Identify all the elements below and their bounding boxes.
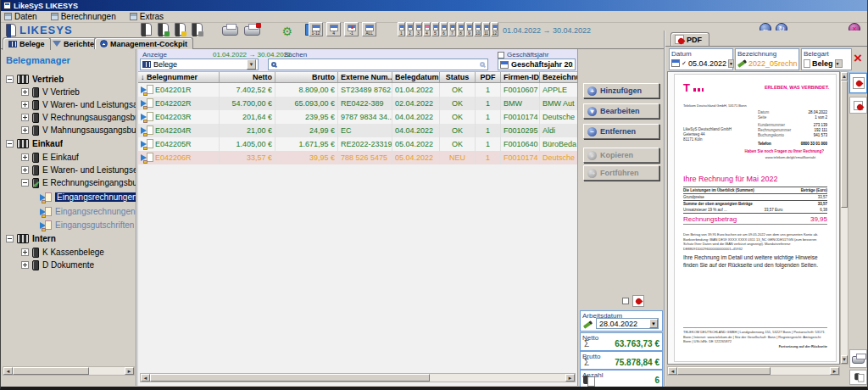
- scroll-left-icon[interactable]: ◄: [668, 367, 677, 375]
- tree-item-v-mahnungsausgang[interactable]: V Mahnungsausgangsbuc: [21, 125, 137, 136]
- month-button-8[interactable]: 8: [457, 22, 465, 36]
- month-button-9[interactable]: 9: [465, 22, 473, 36]
- column-firmen-id[interactable]: Firmen-ID: [501, 72, 540, 82]
- edit-record-button[interactable]: [158, 23, 169, 36]
- pdf-alt-view-button[interactable]: [849, 97, 867, 114]
- tree-item-e-waren[interactable]: E Waren- und Leistungsein: [21, 164, 137, 176]
- pdf-tab[interactable]: PDF: [670, 32, 709, 46]
- tree-item-d-dokumente[interactable]: D Dokumente: [21, 259, 94, 270]
- month-button-2[interactable]: 2: [406, 22, 414, 36]
- expand-icon[interactable]: [21, 261, 29, 269]
- month-button-5[interactable]: 5: [431, 22, 439, 36]
- geschaeftsjahr-dropdown[interactable]: Geschäftsjahr 2022: [498, 58, 576, 70]
- tree-item-e-rechnungseingangsbuch[interactable]: ✓E Rechnungseingangsbuch: [21, 177, 137, 188]
- scroll-right-icon[interactable]: ►: [830, 367, 839, 375]
- menu-berechnungen[interactable]: Berechnungen: [51, 12, 116, 21]
- new-record-button[interactable]: [141, 23, 152, 36]
- tree-item-e-einkauf[interactable]: E Einkauf: [21, 152, 79, 163]
- hinzufuegen-button[interactable]: +Hinzufügen: [583, 83, 659, 98]
- column-belegnummer[interactable]: ↓ Belegnummer: [138, 72, 220, 82]
- column-externe-nummer[interactable]: Externe Num...: [338, 72, 392, 82]
- collapse-icon[interactable]: [6, 235, 14, 242]
- scroll-left-icon[interactable]: ◄: [3, 367, 13, 375]
- tree-item-k-kassenbelege[interactable]: K Kassenbelege: [21, 247, 104, 258]
- menu-extras[interactable]: Extras: [130, 12, 164, 21]
- scrollbar-thumb[interactable]: [677, 367, 771, 375]
- pdf-close-button[interactable]: ×: [849, 50, 866, 67]
- tab-belege[interactable]: Belege: [3, 37, 51, 50]
- range-button-quarter[interactable]: 4: [326, 22, 341, 36]
- entfernen-button[interactable]: −Entfernen: [583, 124, 659, 139]
- bearbeiten-button[interactable]: ▾Bearbeiten: [583, 103, 659, 119]
- month-button-1[interactable]: 1: [398, 22, 405, 36]
- column-belegdatum[interactable]: Belegdatum: [392, 72, 440, 82]
- table-row-selected[interactable]: E042206R 33,57 € 39,95 € 788 526 5475 05…: [138, 151, 577, 164]
- month-button-4[interactable]: 4: [423, 22, 431, 36]
- edit-name-icon[interactable]: [737, 58, 747, 68]
- column-netto[interactable]: Netto: [220, 72, 275, 82]
- scrollbar-thumb[interactable]: [841, 81, 848, 208]
- expand-icon[interactable]: [21, 101, 29, 109]
- anzeige-dropdown[interactable]: Belege ▼: [140, 58, 259, 70]
- table-row[interactable]: E042202R 54.700,00 € 65.093,00 € RE0422-…: [138, 97, 577, 110]
- menu-daten[interactable]: Daten: [4, 12, 37, 21]
- pdf-view-button[interactable]: [849, 73, 867, 93]
- collapse-icon[interactable]: [6, 75, 14, 83]
- refresh-button[interactable]: ⚙: [281, 25, 292, 38]
- collapse-icon[interactable]: [6, 140, 14, 148]
- chevron-down-icon[interactable]: ▼: [649, 319, 658, 328]
- search-input[interactable]: [279, 60, 477, 69]
- pdf-print-button[interactable]: [849, 349, 867, 368]
- table-row[interactable]: E042201R 7.402,52 € 8.809,00 € ST23489 8…: [138, 83, 577, 97]
- tree-item-v-vertrieb[interactable]: V Vertrieb: [21, 86, 80, 98]
- tree-item-intern[interactable]: Intern: [6, 233, 56, 244]
- month-button-10[interactable]: 10: [474, 22, 481, 36]
- print-pdf-button[interactable]: [244, 23, 260, 36]
- edit-date-icon[interactable]: [583, 320, 593, 329]
- scroll-right-icon[interactable]: ►: [125, 367, 134, 375]
- collapse-icon[interactable]: [21, 179, 29, 187]
- scroll-down-icon[interactable]: ▼: [841, 355, 848, 364]
- tab-berichte[interactable]: Berichte: [47, 37, 100, 49]
- range-button-year[interactable]: 1-12: [309, 22, 323, 36]
- search-clear-icon[interactable]: [480, 62, 485, 67]
- geschaeftsjahr-checkbox[interactable]: [498, 52, 504, 58]
- pdf-vertical-scrollbar[interactable]: ▲ ▼: [840, 71, 849, 365]
- range-button-prev[interactable]: -1: [344, 22, 359, 36]
- chevron-down-icon[interactable]: ▼: [728, 59, 734, 68]
- table-row[interactable]: E042205R 1.405,00 € 1.671,95 € RE2022-23…: [138, 137, 577, 151]
- month-button-11[interactable]: 11: [482, 22, 490, 36]
- tree-item-einkauf[interactable]: Einkauf: [6, 138, 63, 149]
- month-button-6[interactable]: 6: [440, 22, 448, 36]
- expand-icon[interactable]: [21, 248, 29, 256]
- scrollbar-thumb[interactable]: [13, 367, 89, 375]
- pdf-horizontal-scrollbar[interactable]: ◄ ►: [667, 366, 840, 376]
- expand-icon[interactable]: [21, 88, 29, 96]
- tree-item-v-rechnungsausgang[interactable]: V Rechnungsausgangsbuc: [21, 112, 137, 123]
- table-row[interactable]: E042203R 201,64 € 239,95 € 9787 9834 34.…: [138, 110, 577, 124]
- calc-record-button[interactable]: [175, 23, 186, 36]
- search-record-button[interactable]: [192, 23, 203, 36]
- scroll-right-icon[interactable]: ►: [565, 374, 575, 382]
- sidebar-horizontal-scrollbar[interactable]: ◄ ►: [3, 366, 135, 376]
- expand-icon[interactable]: [21, 114, 29, 121]
- column-bezeichnung[interactable]: Bezeichnung: [540, 72, 577, 82]
- arbeitsdatum-field[interactable]: 28.04.2022 ▼: [596, 318, 659, 329]
- table-row[interactable]: E042204R 21,00 € 24,99 € EC 04.04.2022 O…: [138, 124, 577, 137]
- pdf-checkbox[interactable]: [622, 298, 629, 304]
- expand-icon[interactable]: [21, 153, 29, 161]
- toolbar-date-range[interactable]: 01.04.2022 → 30.04.2022: [503, 26, 591, 35]
- chevron-down-icon[interactable]: ▼: [247, 59, 256, 70]
- scroll-up-icon[interactable]: ▲: [841, 72, 848, 81]
- tree-item-v-waren[interactable]: V Waren- und Leistungsaus: [21, 99, 137, 110]
- scrollbar-thumb[interactable]: [150, 374, 430, 382]
- tree-item-vertrieb[interactable]: Vertrieb: [6, 74, 64, 85]
- pdf-extract-button[interactable]: [849, 370, 867, 385]
- table-horizontal-scrollbar[interactable]: ◄ ►: [140, 373, 576, 382]
- column-status[interactable]: Status: [440, 72, 476, 82]
- tab-management-cockpit[interactable]: Management-Cockpit: [94, 37, 193, 49]
- month-button-3[interactable]: 3: [415, 22, 422, 36]
- fortfuehren-button[interactable]: ➝Fortführen: [583, 165, 659, 181]
- column-brutto[interactable]: Brutto: [275, 72, 338, 82]
- scroll-left-icon[interactable]: ◄: [141, 374, 150, 382]
